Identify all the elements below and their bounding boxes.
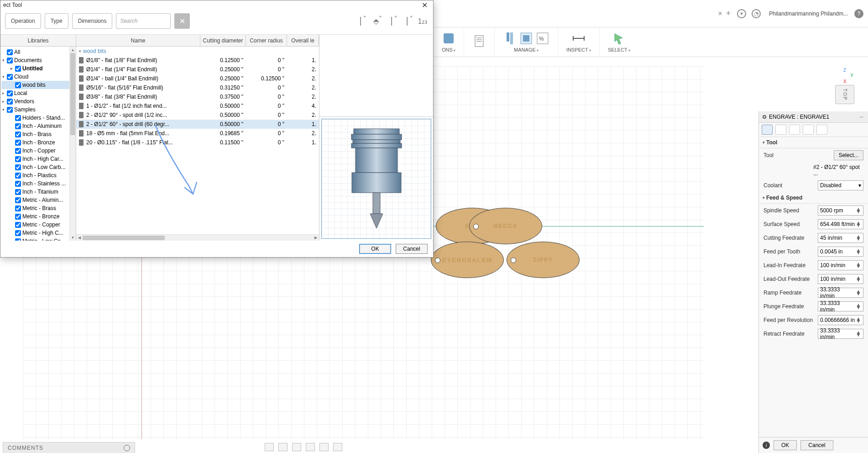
tool-table[interactable]: Ø1/8" - flat (1/8" Flat Endmill)0.12500 … (76, 56, 319, 147)
close-tab-icon[interactable]: × (718, 10, 722, 18)
library-check[interactable] (15, 173, 21, 179)
ribbon-group-manage[interactable]: % MANAGE (495, 27, 558, 57)
new-tab-icon[interactable]: + (726, 9, 731, 18)
ribbon-group-ons[interactable]: ONS (434, 27, 464, 57)
info-icon[interactable]: i (763, 442, 770, 449)
feed-input[interactable]: 0.00666666 in▲▼ (818, 315, 863, 325)
add-flute-icon[interactable]: +⬘ (370, 13, 382, 29)
tool-row[interactable]: 2 - Ø1/2" 60° - spot drill (60 degr...0.… (76, 120, 319, 129)
nav-icon[interactable] (306, 443, 315, 451)
tool-row[interactable]: 1 - Ø1/2" - flat (1/2 inch flat end...0.… (76, 101, 319, 111)
viewcube-face[interactable]: TOP (835, 85, 854, 104)
library-item[interactable]: Metric - Low Ca... (1, 237, 75, 241)
tab-linking[interactable] (816, 125, 827, 135)
feed-input[interactable]: 654.498 ft/min▲▼ (818, 219, 863, 229)
filter-dimensions-button[interactable]: Dimensions (72, 13, 113, 29)
library-check[interactable] (15, 82, 21, 88)
library-item[interactable]: Metric - Copper (1, 221, 75, 229)
scroll-thumb[interactable] (70, 53, 75, 135)
library-item[interactable]: ▾Samples (1, 105, 75, 114)
feed-input[interactable]: 0.0045 in▲▼ (818, 247, 863, 257)
library-check[interactable] (7, 107, 13, 113)
tool-hscrollbar[interactable]: ◀ ▶ (76, 234, 319, 241)
library-item[interactable]: Inch - Aluminum (1, 122, 75, 130)
tool-row[interactable]: Ø3/8" - flat (3/8" Flat Endmill)0.37500 … (76, 92, 319, 101)
feed-input[interactable]: 33.3333 in/min▲▼ (818, 288, 863, 298)
feed-input[interactable]: 5000 rpm▲▼ (818, 205, 863, 216)
coolant-select[interactable]: Disabled▾ (818, 180, 863, 190)
library-item[interactable]: Inch - Plastics (1, 171, 75, 179)
nav-icon[interactable] (292, 443, 301, 451)
tool-group-header[interactable]: wood bits (76, 47, 319, 56)
library-item[interactable]: ▾Documents (1, 56, 75, 64)
library-item[interactable]: Inch - Low Carb... (1, 163, 75, 171)
library-check[interactable] (15, 132, 21, 137)
library-check[interactable] (7, 90, 13, 96)
library-check[interactable] (15, 66, 21, 72)
library-check[interactable] (7, 58, 13, 63)
col-name[interactable]: Name (76, 35, 200, 46)
library-check[interactable] (15, 197, 21, 203)
renumber-icon[interactable]: 1₂₃ (417, 13, 429, 29)
dialog-cancel-button[interactable]: Cancel (396, 244, 428, 254)
library-check[interactable] (15, 164, 21, 170)
tab-tool[interactable] (762, 125, 773, 135)
nav-icon[interactable] (333, 443, 342, 451)
tool-row[interactable]: Ø1/4" - ball (1/4" Ball Endmill)0.25000 … (76, 74, 319, 83)
library-item[interactable]: wood bits (1, 81, 75, 89)
library-check[interactable] (15, 140, 21, 146)
library-check[interactable] (15, 205, 21, 211)
extensions-icon[interactable]: ✶ (737, 9, 746, 18)
tool-row[interactable]: 2 - Ø1/2" 90° - spot drill (1/2 inc...0.… (76, 111, 319, 120)
nav-icon[interactable] (319, 443, 329, 451)
library-check[interactable] (15, 123, 21, 129)
library-item[interactable]: Metric - Brass (1, 204, 75, 212)
tool-row[interactable]: Ø1/4" - flat (1/4" Flat Endmill)0.25000 … (76, 65, 319, 74)
comments-tab[interactable]: COMMENTS (3, 442, 135, 453)
library-check[interactable] (7, 74, 13, 80)
close-icon[interactable]: ✕ (419, 1, 430, 10)
library-check[interactable] (7, 99, 13, 105)
library-check[interactable] (15, 115, 21, 121)
library-check[interactable] (15, 181, 21, 187)
gear-icon[interactable] (124, 445, 130, 451)
libraries-tree[interactable]: All▾Documents▸Untitled▾Cloudwood bits▸Lo… (0, 47, 76, 241)
tab-heights[interactable] (789, 125, 800, 135)
add-shaft-icon[interactable]: +⎮ (386, 13, 397, 29)
library-check[interactable] (15, 148, 21, 154)
dialog-ok-button[interactable]: OK (359, 244, 391, 254)
library-item[interactable]: All (1, 48, 75, 56)
tool-row[interactable]: Ø1/8" - flat (1/8" Flat Endmill)0.12500 … (76, 56, 319, 65)
scroll-down-icon[interactable]: ▼ (70, 234, 76, 241)
add-length-icon[interactable]: +⎮ (355, 13, 366, 29)
library-item[interactable]: Inch - High Car... (1, 155, 75, 163)
tool-row[interactable]: 18 - Ø5 mm - flat (5mm Flat End...0.1968… (76, 129, 319, 138)
ribbon-group-inspect[interactable]: INSPECT (558, 27, 600, 57)
section-feed[interactable]: Feed & Speed (759, 192, 868, 204)
libraries-scrollbar[interactable]: ▲ ▼ (69, 47, 76, 241)
feed-input[interactable]: 100 in/min▲▼ (818, 274, 863, 284)
library-check[interactable] (15, 189, 21, 195)
clear-filters-button[interactable]: ✕ (174, 13, 190, 29)
library-item[interactable]: ▾Cloud (1, 73, 75, 81)
nav-icon[interactable] (265, 443, 274, 451)
library-item[interactable]: Inch - Copper (1, 147, 75, 155)
tool-row[interactable]: 20 - Ø0.115" - flat (1/8 - .115" Flat...… (76, 138, 319, 147)
filter-operation-button[interactable]: Operation (5, 13, 41, 29)
tool-row[interactable]: Ø5/16" - flat (5/16" Flat Endmill)0.3125… (76, 83, 319, 92)
library-check[interactable] (7, 49, 13, 55)
ribbon-group-select[interactable]: SELECT (600, 27, 638, 57)
help-icon[interactable]: ? (854, 9, 863, 18)
library-item[interactable]: ▸Untitled (1, 64, 75, 73)
tab-passes[interactable] (803, 125, 814, 135)
library-item[interactable]: ▸Vendors (1, 97, 75, 105)
library-item[interactable]: Metric - Alumin... (1, 196, 75, 204)
feed-input[interactable]: 33.3333 in/min▲▼ (818, 329, 863, 339)
search-input[interactable]: Search (116, 13, 171, 29)
library-item[interactable]: Metric - High C... (1, 229, 75, 237)
column-headers[interactable]: Name Cutting diameter Corner radius Over… (76, 35, 319, 47)
scroll-up-icon[interactable]: ▲ (70, 47, 76, 53)
ribbon-group-setup[interactable] (464, 27, 495, 57)
library-item[interactable]: Inch - Titanium (1, 188, 75, 196)
col-diameter[interactable]: Cutting diameter (200, 35, 246, 46)
